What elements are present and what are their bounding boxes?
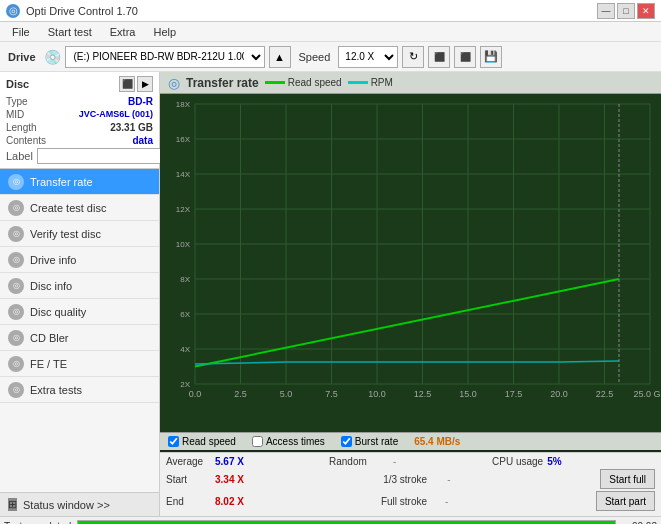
bottom-status-bar: Test completed 100.0% 00:03 — [0, 516, 661, 524]
menu-file[interactable]: File — [4, 24, 38, 40]
random-col: Random - — [329, 456, 492, 467]
nav-transfer-rate[interactable]: ◎ Transfer rate — [0, 169, 159, 195]
title-bar: Opti Drive Control 1.70 — □ ✕ — [0, 0, 661, 22]
legend-read-speed-label: Read speed — [288, 77, 342, 88]
svg-text:6X: 6X — [180, 310, 190, 319]
read-speed-checkbox[interactable] — [168, 436, 179, 447]
save-button[interactable]: 💾 — [480, 46, 502, 68]
legend-rpm-label: RPM — [371, 77, 393, 88]
window-controls: — □ ✕ — [597, 3, 655, 19]
end-col: End 8.02 X — [166, 496, 381, 507]
burst-rate-checkbox-label[interactable]: Burst rate — [341, 436, 398, 447]
chart-header: ◎ Transfer rate Read speed RPM — [160, 72, 661, 94]
svg-text:20.0: 20.0 — [550, 389, 568, 399]
end-row: End 8.02 X Full stroke - Start part — [166, 491, 655, 511]
menu-extra[interactable]: Extra — [102, 24, 144, 40]
burst-rate-checkbox[interactable] — [341, 436, 352, 447]
cd-bler-icon: ◎ — [8, 330, 24, 346]
start-row: Start 3.34 X 1/3 stroke - Start full — [166, 469, 655, 489]
nav-disc-quality-label: Disc quality — [30, 306, 86, 318]
nav-disc-info-label: Disc info — [30, 280, 72, 292]
menu-help[interactable]: Help — [145, 24, 184, 40]
maximize-button[interactable]: □ — [617, 3, 635, 19]
svg-text:2X: 2X — [180, 380, 190, 389]
average-value: 5.67 X — [215, 456, 255, 467]
random-value: - — [393, 456, 413, 467]
svg-text:12.5: 12.5 — [414, 389, 432, 399]
stroke-1-3-label: 1/3 stroke — [383, 474, 443, 485]
checkboxes-row: Read speed Access times Burst rate 65.4 … — [160, 432, 661, 450]
disc-icon-2[interactable]: ▶ — [137, 76, 153, 92]
full-stroke-col: Full stroke - — [381, 496, 596, 507]
sidebar: Disc ⬛ ▶ Type BD-R MID JVC-AMS6L (001) L… — [0, 72, 160, 516]
status-window-button[interactable]: ⊞ Status window >> — [0, 492, 159, 516]
nav-cd-bler[interactable]: ◎ CD Bler — [0, 325, 159, 351]
toolbar-btn-2[interactable]: ⬛ — [454, 46, 476, 68]
nav-transfer-rate-label: Transfer rate — [30, 176, 93, 188]
disc-title: Disc — [6, 78, 29, 90]
start-full-button[interactable]: Start full — [600, 469, 655, 489]
length-value: 23.31 GB — [110, 122, 153, 133]
minimize-button[interactable]: — — [597, 3, 615, 19]
menu-start-test[interactable]: Start test — [40, 24, 100, 40]
refresh-button[interactable]: ↻ — [402, 46, 424, 68]
nav-create-test-disc[interactable]: ◎ Create test disc — [0, 195, 159, 221]
svg-text:10X: 10X — [176, 240, 191, 249]
svg-text:18X: 18X — [176, 100, 191, 109]
label-input[interactable] — [37, 148, 170, 164]
status-window-icon: ⊞ — [8, 498, 17, 511]
svg-text:25.0 GB: 25.0 GB — [633, 389, 661, 399]
svg-text:2.5: 2.5 — [234, 389, 247, 399]
end-value: 8.02 X — [215, 496, 255, 507]
drive-selector[interactable]: (E:) PIONEER BD-RW BDR-212U 1.00 — [65, 46, 265, 68]
nav-disc-quality[interactable]: ◎ Disc quality — [0, 299, 159, 325]
cpu-label: CPU usage — [492, 456, 543, 467]
access-times-checkbox-label[interactable]: Access times — [252, 436, 325, 447]
nav-create-test-disc-label: Create test disc — [30, 202, 106, 214]
svg-text:7.5: 7.5 — [325, 389, 338, 399]
mid-label: MID — [6, 109, 24, 120]
close-button[interactable]: ✕ — [637, 3, 655, 19]
nav-drive-info[interactable]: ◎ Drive info — [0, 247, 159, 273]
nav-extra-tests[interactable]: ◎ Extra tests — [0, 377, 159, 403]
cpu-value: 5% — [547, 456, 561, 467]
svg-text:14X: 14X — [176, 170, 191, 179]
main-layout: Disc ⬛ ▶ Type BD-R MID JVC-AMS6L (001) L… — [0, 72, 661, 516]
stroke-1-3-value: - — [447, 474, 467, 485]
stroke-1-3-col: 1/3 stroke - — [383, 474, 600, 485]
start-part-button[interactable]: Start part — [596, 491, 655, 511]
status-window-label: Status window >> — [23, 499, 110, 511]
speed-selector[interactable]: 12.0 X — [338, 46, 398, 68]
type-value: BD-R — [128, 96, 153, 107]
read-speed-checkbox-label[interactable]: Read speed — [168, 436, 236, 447]
read-speed-checkbox-text: Read speed — [182, 436, 236, 447]
create-test-disc-icon: ◎ — [8, 200, 24, 216]
nav-fe-te[interactable]: ◎ FE / TE — [0, 351, 159, 377]
svg-text:0.0: 0.0 — [189, 389, 202, 399]
chart-wrapper: 18X 16X 14X 12X 10X 8X 6X 4X 2X 0.0 2.5 … — [160, 94, 661, 432]
nav-disc-info[interactable]: ◎ Disc info — [0, 273, 159, 299]
nav-verify-test-disc[interactable]: ◎ Verify test disc — [0, 221, 159, 247]
start-col: Start 3.34 X — [166, 474, 383, 485]
random-label: Random — [329, 456, 389, 467]
chart-svg: 18X 16X 14X 12X 10X 8X 6X 4X 2X 0.0 2.5 … — [160, 94, 661, 404]
burst-rate-value: 65.4 MB/s — [414, 436, 460, 447]
average-row: Average 5.67 X Random - CPU usage 5% — [166, 456, 655, 467]
fe-te-icon: ◎ — [8, 356, 24, 372]
eject-button[interactable]: ▲ — [269, 46, 291, 68]
type-label: Type — [6, 96, 28, 107]
toolbar-btn-1[interactable]: ⬛ — [428, 46, 450, 68]
disc-icon-1[interactable]: ⬛ — [119, 76, 135, 92]
average-col: Average 5.67 X — [166, 456, 329, 467]
disc-info-icon: ◎ — [8, 278, 24, 294]
nav-verify-test-disc-label: Verify test disc — [30, 228, 101, 240]
contents-label: Contents — [6, 135, 46, 146]
nav-fe-te-label: FE / TE — [30, 358, 67, 370]
legend-read-speed: Read speed — [265, 77, 342, 88]
svg-text:22.5: 22.5 — [596, 389, 614, 399]
access-times-checkbox[interactable] — [252, 436, 263, 447]
menu-bar: File Start test Extra Help — [0, 22, 661, 42]
length-label: Length — [6, 122, 37, 133]
read-speed-color — [265, 81, 285, 84]
svg-text:15.0: 15.0 — [459, 389, 477, 399]
